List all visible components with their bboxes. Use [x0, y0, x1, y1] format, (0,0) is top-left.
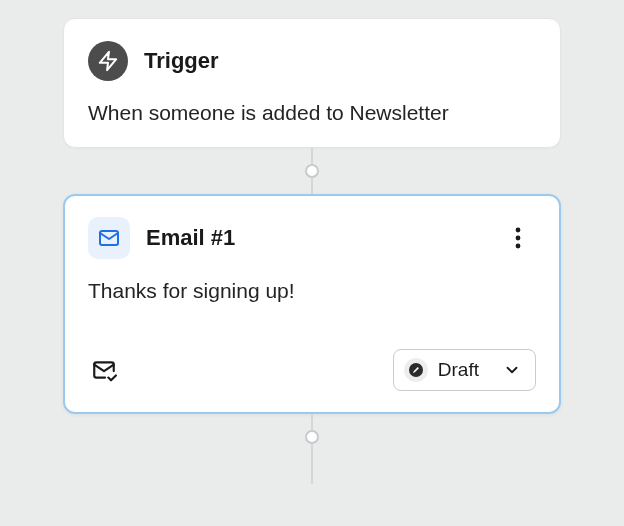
status-dropdown[interactable]: Draft: [393, 349, 536, 391]
connector-add-node[interactable]: [305, 164, 319, 178]
trigger-card[interactable]: Trigger When someone is added to Newslet…: [63, 18, 561, 148]
lightning-icon: [88, 41, 128, 81]
email-footer: Draft: [88, 349, 536, 391]
svg-point-3: [516, 236, 521, 241]
email-card[interactable]: Email #1 Thanks for signing up!: [63, 194, 561, 414]
connector: [305, 148, 319, 194]
svg-point-4: [516, 244, 521, 249]
email-subject: Thanks for signing up!: [88, 279, 536, 303]
more-button[interactable]: [500, 220, 536, 256]
status-label: Draft: [438, 359, 479, 381]
trigger-description: When someone is added to Newsletter: [88, 101, 536, 125]
chevron-down-icon: [503, 361, 521, 379]
svg-marker-0: [100, 52, 117, 70]
connector-add-node-bottom[interactable]: [305, 430, 319, 444]
email-title: Email #1: [146, 225, 235, 251]
connector-bottom: [305, 414, 319, 484]
trigger-header: Trigger: [88, 41, 536, 81]
mail-icon: [88, 217, 130, 259]
svg-point-2: [516, 228, 521, 233]
mail-check-icon[interactable]: [88, 354, 120, 386]
trigger-title: Trigger: [144, 48, 219, 74]
email-header: Email #1: [88, 217, 536, 259]
pencil-circle-icon: [404, 358, 428, 382]
dots-vertical-icon: [515, 227, 521, 249]
